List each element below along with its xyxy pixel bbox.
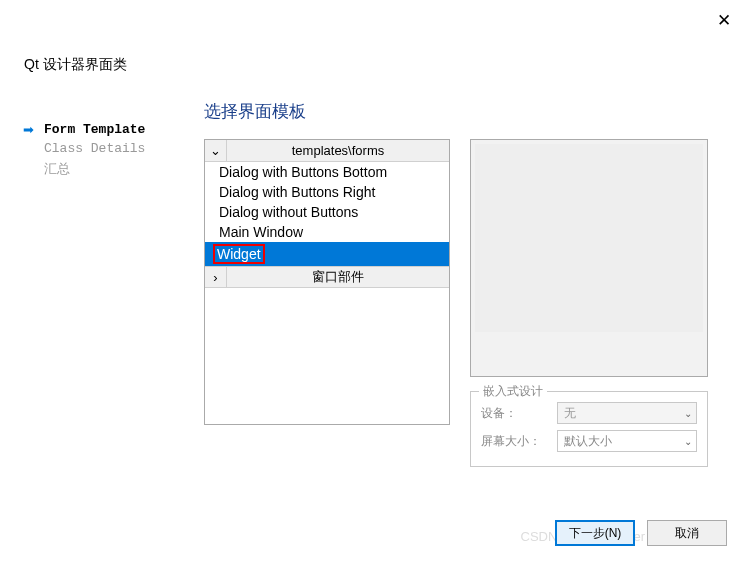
step-class-details: Class Details bbox=[22, 139, 184, 158]
tree-root-label: templates\forms bbox=[227, 143, 449, 158]
preview-widget bbox=[475, 144, 703, 332]
group-legend: 嵌入式设计 bbox=[479, 383, 547, 400]
chevron-right-icon[interactable]: › bbox=[205, 267, 227, 287]
section-title: 选择界面模板 bbox=[204, 100, 733, 123]
step-summary: 汇总 bbox=[22, 158, 184, 180]
close-icon[interactable]: ✕ bbox=[717, 10, 731, 31]
button-bar: 下一步(N) 取消 bbox=[555, 520, 727, 546]
tree-item[interactable]: Dialog with Buttons Right bbox=[205, 182, 449, 202]
tree-item[interactable]: Dialog without Buttons bbox=[205, 202, 449, 222]
tree-item-label: Widget bbox=[213, 244, 265, 264]
template-tree[interactable]: ⌄ templates\forms Dialog with Buttons Bo… bbox=[204, 139, 450, 425]
tree-subgroup-label: 窗口部件 bbox=[227, 268, 449, 286]
dialog-title: Qt 设计器界面类 bbox=[24, 56, 127, 74]
tree-subgroup[interactable]: › 窗口部件 bbox=[205, 266, 449, 288]
device-value: 无 bbox=[564, 405, 576, 422]
device-row: 设备： 无 ⌄ bbox=[481, 402, 697, 424]
screensize-combo[interactable]: 默认大小 ⌄ bbox=[557, 430, 697, 452]
chevron-down-icon: ⌄ bbox=[684, 436, 692, 447]
screensize-value: 默认大小 bbox=[564, 433, 612, 450]
content-area: Form Template Class Details 汇总 选择界面模板 ⌄ … bbox=[22, 100, 733, 467]
preview-box bbox=[470, 139, 708, 377]
chevron-down-icon[interactable]: ⌄ bbox=[205, 140, 227, 161]
chevron-down-icon: ⌄ bbox=[684, 408, 692, 419]
tree-item-selected[interactable]: Widget bbox=[205, 242, 449, 266]
main-area: 选择界面模板 ⌄ templates\forms Dialog with But… bbox=[204, 100, 733, 467]
screensize-label: 屏幕大小： bbox=[481, 433, 551, 450]
embedded-design-group: 嵌入式设计 设备： 无 ⌄ 屏幕大小： 默认大小 ⌄ bbox=[470, 391, 708, 467]
tree-item[interactable]: Main Window bbox=[205, 222, 449, 242]
next-button[interactable]: 下一步(N) bbox=[555, 520, 635, 546]
template-row: ⌄ templates\forms Dialog with Buttons Bo… bbox=[204, 139, 733, 467]
cancel-button[interactable]: 取消 bbox=[647, 520, 727, 546]
screensize-row: 屏幕大小： 默认大小 ⌄ bbox=[481, 430, 697, 452]
tree-item[interactable]: Dialog with Buttons Bottom bbox=[205, 162, 449, 182]
step-form-template: Form Template bbox=[22, 120, 184, 139]
right-column: 嵌入式设计 设备： 无 ⌄ 屏幕大小： 默认大小 ⌄ bbox=[470, 139, 708, 467]
steps-list: Form Template Class Details 汇总 bbox=[22, 100, 184, 467]
tree-root[interactable]: ⌄ templates\forms bbox=[205, 140, 449, 162]
device-label: 设备： bbox=[481, 405, 551, 422]
device-combo[interactable]: 无 ⌄ bbox=[557, 402, 697, 424]
